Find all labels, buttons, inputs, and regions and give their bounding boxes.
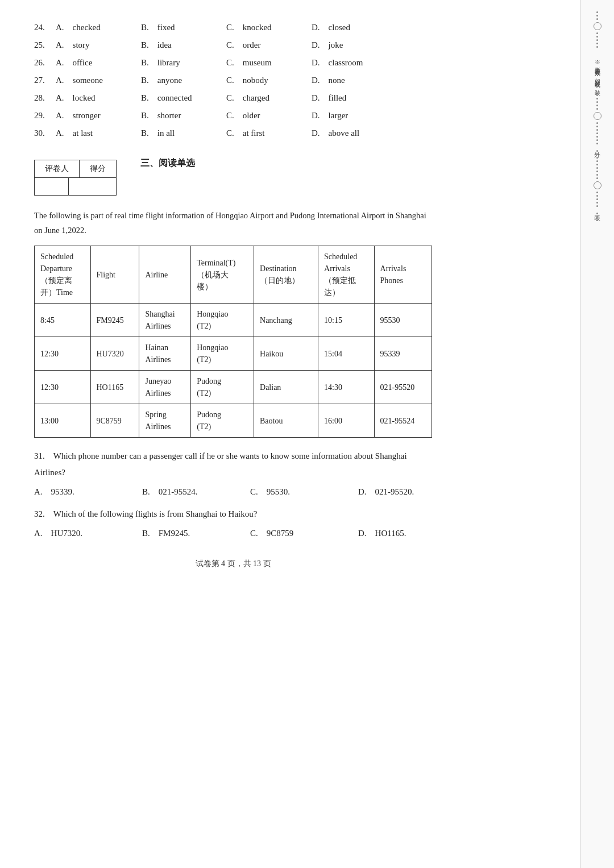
mcq-option: C. museum <box>226 58 312 68</box>
mcq-num: 29. <box>34 111 56 121</box>
mcq-option: B. connected <box>141 93 226 103</box>
table-cell-3-6: 021-95524 <box>374 404 432 438</box>
question-options-row: A. HU7320.B. FM9245.C. 9C8759D. HO1165. <box>34 525 432 542</box>
table-cell-1-5: 15:04 <box>318 337 375 371</box>
flight-table: Scheduled Departure （预定离 开）TimeFlightAir… <box>34 246 432 438</box>
grader-label-score: 得分 <box>80 160 116 177</box>
page-footer: 试卷第 4 页，共 13 页 <box>34 559 432 569</box>
mcq-option: C. at first <box>226 128 312 138</box>
mcq-option: D. classroom <box>312 58 397 68</box>
table-header-row: Scheduled Departure （预定离 开）TimeFlightAir… <box>35 246 432 304</box>
grader-label-person: 评卷人 <box>35 160 80 177</box>
mcq-option: C. nobody <box>226 76 312 85</box>
table-cell-0-4: Nanchang <box>254 304 318 337</box>
mcq-option: A. checked <box>56 23 141 32</box>
mcq-options: A. storyB. ideaC. orderD. joke <box>56 40 432 50</box>
table-cell-2-0: 12:30 <box>35 371 91 404</box>
table-row: 8:45FM9245Shanghai AirlinesHongqiao (T2)… <box>35 304 432 337</box>
mcq-options: A. strongerB. shorterC. olderD. larger <box>56 111 432 121</box>
reading-questions: 31. Which phone number can a passenger c… <box>34 448 432 542</box>
table-cell-3-3: Pudong (T2) <box>191 404 254 438</box>
question-option: A. HU7320. <box>34 525 142 542</box>
mcq-row-29: 29.A. strongerB. shorterC. olderD. large… <box>34 111 432 121</box>
page-info: 试卷第 4 页，共 13 页 <box>196 559 271 568</box>
mcq-option: A. locked <box>56 93 141 103</box>
mcq-section: 24.A. checkedB. fixedC. knockedD. closed… <box>34 23 432 138</box>
mcq-option: B. shorter <box>141 111 226 121</box>
table-cell-0-0: 8:45 <box>35 304 91 337</box>
table-header-cell-6: Arrivals Phones <box>374 246 432 304</box>
mcq-option: B. in all <box>141 128 226 138</box>
question-options-row: A. 95339.B. 021-95524.C. 95530.D. 021-95… <box>34 484 432 500</box>
mcq-num: 26. <box>34 58 56 68</box>
mcq-num: 30. <box>34 128 56 138</box>
mcq-option: B. anyone <box>141 76 226 85</box>
mcq-row-25: 25.A. storyB. ideaC. orderD. joke <box>34 40 432 50</box>
table-header-cell-4: Destination （日的地） <box>254 246 318 304</box>
question-option: D. 021-95520. <box>358 484 466 500</box>
table-cell-2-4: Dalian <box>254 371 318 404</box>
question-block-32: 32. Which of the following flights is fr… <box>34 506 432 542</box>
question-option: B. FM9245. <box>142 525 250 542</box>
table-header: Scheduled Departure （预定离 开）TimeFlightAir… <box>35 246 432 304</box>
table-cell-2-5: 14:30 <box>318 371 375 404</box>
table-cell-3-1: 9C8759 <box>90 404 139 438</box>
question-option: A. 95339. <box>34 484 142 500</box>
table-cell-3-0: 13:00 <box>35 404 91 438</box>
mcq-option: D. closed <box>312 23 397 32</box>
table-cell-3-4: Baotou <box>254 404 318 438</box>
mcq-option: A. at last <box>56 128 141 138</box>
mcq-num: 27. <box>34 76 56 85</box>
mcq-option: C. knocked <box>226 23 312 32</box>
grader-box: 评卷人 得分 <box>34 160 117 196</box>
mcq-row-27: 27.A. someoneB. anyoneC. nobodyD. none <box>34 76 432 85</box>
mcq-options: A. officeB. libraryC. museumD. classroom <box>56 58 432 68</box>
question-text-row: 31. Which phone number can a passenger c… <box>34 448 432 480</box>
table-cell-0-1: FM9245 <box>90 304 139 337</box>
mcq-option: B. fixed <box>141 23 226 32</box>
table-cell-1-6: 95339 <box>374 337 432 371</box>
mcq-option: D. filled <box>312 93 397 103</box>
table-header-cell-1: Flight <box>90 246 139 304</box>
mcq-option: C. older <box>226 111 312 121</box>
table-cell-2-3: Pudong (T2) <box>191 371 254 404</box>
mcq-options: A. checkedB. fixedC. knockedD. closed <box>56 23 432 32</box>
mcq-option: A. stronger <box>56 111 141 121</box>
table-cell-2-2: Juneyao Airlines <box>139 371 191 404</box>
question-option: C. 9C8759 <box>250 525 358 542</box>
table-cell-1-2: Hainan Airlines <box>139 337 191 371</box>
mcq-num: 28. <box>34 93 56 103</box>
question-option: B. 021-95524. <box>142 484 250 500</box>
table-cell-3-2: Spring Airlines <box>139 404 191 438</box>
table-body: 8:45FM9245Shanghai AirlinesHongqiao (T2)… <box>35 304 432 438</box>
mcq-option: B. idea <box>141 40 226 50</box>
table-row: 13:009C8759Spring AirlinesPudong (T2)Bao… <box>35 404 432 438</box>
mcq-option: B. library <box>141 58 226 68</box>
table-cell-2-6: 021-95520 <box>374 371 432 404</box>
mcq-num: 25. <box>34 40 56 50</box>
mcq-num: 24. <box>34 23 56 32</box>
table-row: 12:30HU7320Hainan AirlinesHongqiao (T2)H… <box>35 337 432 371</box>
grader-value-person <box>35 178 69 195</box>
table-cell-1-1: HU7320 <box>90 337 139 371</box>
mcq-option: D. above all <box>312 128 397 138</box>
mcq-option: D. none <box>312 76 397 85</box>
mcq-option: C. charged <box>226 93 312 103</box>
mcq-option: A. story <box>56 40 141 50</box>
table-cell-3-5: 16:00 <box>318 404 375 438</box>
table-cell-2-1: HO1165 <box>90 371 139 404</box>
mcq-row-26: 26.A. officeB. libraryC. museumD. classr… <box>34 58 432 68</box>
question-option: D. HO1165. <box>358 525 466 542</box>
grader-value-score <box>69 178 103 195</box>
mcq-row-28: 28.A. lockedB. connectedC. chargedD. fil… <box>34 93 432 103</box>
mcq-options: A. lockedB. connectedC. chargedD. filled <box>56 93 432 103</box>
passage-text: The following is part of real time fligh… <box>34 208 432 238</box>
mcq-option: D. joke <box>312 40 397 50</box>
mcq-options: A. at lastB. in allC. at firstD. above a… <box>56 128 432 138</box>
question-text-row: 32. Which of the following flights is fr… <box>34 506 432 522</box>
table-row: 12:30HO1165Juneyao AirlinesPudong (T2)Da… <box>35 371 432 404</box>
mcq-option: A. office <box>56 58 141 68</box>
question-option: C. 95530. <box>250 484 358 500</box>
table-cell-0-5: 10:15 <box>318 304 375 337</box>
table-header-cell-2: Airline <box>139 246 191 304</box>
